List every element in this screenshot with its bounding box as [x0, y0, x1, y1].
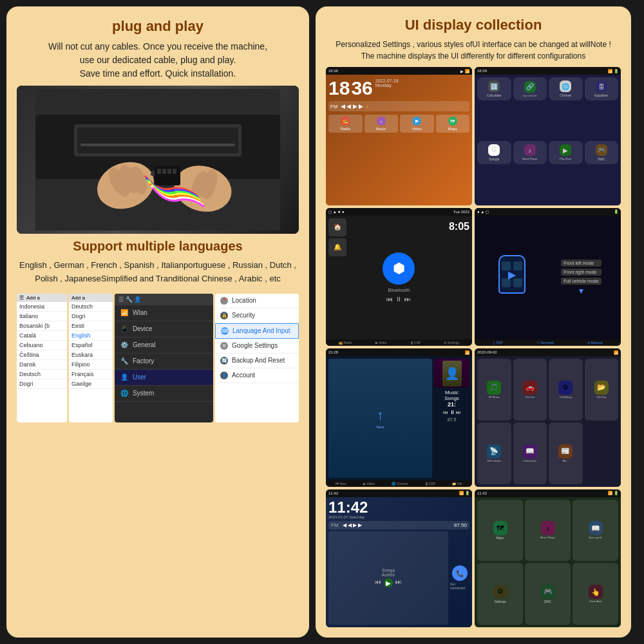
status-bar-8: 11:42📶 🔋 [475, 489, 621, 497]
lang-item: Français [69, 370, 113, 379]
menu-user[interactable]: 👤 User [115, 370, 213, 386]
submenu-security[interactable]: 🔒 Security [215, 308, 299, 323]
lang-item: Čeština [17, 350, 67, 360]
ui5-content: ↑ Navi 👤 Music Songs 21: ⏮ ⏸ [326, 356, 472, 480]
lang-list-1: ☰Add a Indonesia Italiano Bosanski (b Ca… [17, 294, 67, 422]
google-app: G Google [477, 141, 511, 164]
svg-rect-13 [157, 169, 161, 174]
lang-item: Deutsch [17, 370, 67, 379]
submenu-backup[interactable]: 🔄 Backup And Reset [215, 354, 299, 368]
user-icon: 👤 [120, 373, 129, 382]
menu-system[interactable]: 🌐 System [115, 386, 213, 402]
languages-text: English , German , French , Spanish , It… [17, 259, 299, 286]
svg-rect-15 [167, 169, 171, 174]
plug-title: plug and play [17, 18, 299, 35]
ui-screenshot-2: 18:39📶 🔋 🔢 Calculator 🔗 Car Link 2.0 🌐 C… [475, 67, 621, 205]
lang-item: Dogri [17, 379, 67, 389]
ui-screenshot-8: 11:42📶 🔋 🗺 Maps ♪ Music Player 📖 Oper. g… [475, 489, 621, 628]
device-icon: 📱 [120, 325, 129, 334]
lang-list-header-2: Add a [69, 294, 113, 302]
ui8-content: 🗺 Maps ♪ Music Player 📖 Oper. guide ⚙ Se… [475, 497, 621, 628]
lock-icon: 🔒 [220, 312, 228, 319]
lang-item: Cebuano [17, 341, 67, 350]
ui7-content: 11:42 2023-01-07 Saturday FM ◀ ◀ ▶ ▶ 87.… [326, 497, 472, 628]
general-icon: ⚙️ [120, 341, 129, 350]
lang-item: Eesti [69, 321, 113, 331]
ui1-content: 18 36 2022-07-18 Monday FM ◀ ◀ ▶ ▶ ♪ 📻 [326, 75, 472, 205]
system-icon: 🌐 [120, 389, 129, 398]
ui-screenshot-3: ◻ ▲ ★ ●Tue 2022 🏠 🔔 ⬢ Bluetooth ⏮ [326, 208, 472, 346]
chrome-app: 🌐 Chrome [549, 77, 583, 100]
submenu-language[interactable]: ⌨ Lanquage And Input [215, 323, 299, 339]
ui4-bottom-bar: △ DSP 〜 Surround ⊟ Balance [475, 339, 621, 346]
maps-app: 🗺 Maps [436, 115, 470, 133]
ui2-content: 🔢 Calculator 🔗 Car Link 2.0 🌐 Chrome 🎛 E… [475, 75, 621, 205]
settings-main-menu: ☰ 🔧 👤 📶 Wlan 📱 Device ⚙️ General 🔧 Facto… [115, 294, 213, 422]
status-bar-5: 21:28📶 [326, 348, 472, 356]
submenu-google[interactable]: ⚙ Google Settings [215, 339, 299, 354]
submenu-account[interactable]: 👤 Account [215, 368, 299, 383]
submenu-location[interactable]: 📍 Location [215, 294, 299, 308]
playstore-app: ▶ Play Store [549, 141, 583, 164]
video-app: ▶ Video [400, 115, 434, 133]
account-icon: 👤 [220, 372, 228, 379]
settings-mockup: ☰Add a Indonesia Italiano Bosanski (b Ca… [17, 294, 299, 422]
svg-rect-16 [173, 169, 176, 174]
lang-item: Deutsch [69, 302, 113, 312]
ui-screenshot-6: 2022-08-02📶 🎵 BT Music 🚗 Car Info ⚙ CarS… [475, 348, 621, 487]
svg-rect-14 [162, 169, 166, 174]
ui-screenshot-1: 18:36▶ 📶 18 36 2022-07-18 Monday FM ◀ ◀ … [326, 67, 472, 205]
full-vehicle-mode[interactable]: Full vehicle mode [561, 278, 601, 285]
svg-rect-4 [80, 144, 235, 146]
svg-rect-3 [77, 128, 238, 153]
google-settings-icon: ⚙ [220, 342, 228, 350]
front-left-mode[interactable]: Front left mode [561, 260, 601, 267]
left-panel: plug and play Will not cut any cables. O… [6, 6, 309, 638]
support-title: Support multiple languages [17, 239, 299, 254]
lang-item: English [69, 331, 113, 341]
dsp-mode-buttons: Front left mode Front right mode Full ve… [561, 260, 601, 296]
status-bar-7: 11:42📶 🔋 [326, 489, 472, 497]
carlink-app: 🔗 Car Link 2.0 [513, 77, 547, 100]
menu-factory[interactable]: 🔧 Factory [115, 354, 213, 370]
plug-desc: Will not cut any cables. Once you receiv… [17, 40, 299, 80]
lang-item: Indonesia [17, 302, 67, 312]
lang-item: Bosanski (b [17, 321, 67, 331]
backup-icon: 🔄 [220, 357, 228, 365]
menu-general[interactable]: ⚙️ General [115, 337, 213, 354]
right-panel: UI display collection Personalized Setti… [316, 6, 631, 638]
calculator-app: 🔢 Calculator [477, 77, 511, 100]
lang-item: Dogri [69, 312, 113, 321]
status-bar-1: 18:36▶ 📶 [326, 67, 472, 75]
ui-screenshot-5: 21:28📶 ↑ Navi 👤 Music Songs 21: [326, 348, 472, 487]
menu-device[interactable]: 📱 Device [115, 321, 213, 337]
status-bar-6: 2022-08-02📶 [475, 348, 621, 356]
music-app: ♪ Music [365, 115, 399, 133]
settings-header: ☰ 🔧 👤 [115, 294, 213, 305]
plug-image [17, 86, 299, 234]
ui-collection-title: UI display collection [326, 17, 621, 33]
status-bar-3: ◻ ▲ ★ ●Tue 2022 [326, 208, 472, 216]
menu-wlan[interactable]: 📶 Wlan [115, 305, 213, 321]
lang-item: Català [17, 331, 67, 341]
status-bar-2: 18:39📶 🔋 [475, 67, 621, 75]
wlan-icon: 📶 [120, 308, 129, 317]
keyboard-icon: ⌨ [221, 327, 229, 335]
ui3-content: 🏠 🔔 ⬢ Bluetooth ⏮ ⏸ ⏭ [326, 216, 472, 340]
swc-app: 🎮 SWC [585, 141, 619, 164]
right-submenu: 📍 Location 🔒 Security ⌨ Lanquage And Inp… [215, 294, 299, 422]
ui1-time: 18 36 [328, 77, 373, 99]
ui-screenshot-4: ● ▲ ◻🔋 ▶ Front lef [475, 208, 621, 346]
radio-app: 📻 Radio [328, 115, 363, 133]
ui5-bottom-bar: 🗺 Navi ▶ Video 🌐 Chrome 🎛 DSP 📁 File [326, 480, 472, 487]
lang-item: Filipino [69, 360, 113, 370]
lang-item: Español [69, 341, 113, 350]
musicplayer-app: ♪ Music Player [513, 141, 547, 164]
ui-collection-desc: Personalized Settings , various styles o… [326, 39, 621, 62]
ui-screenshot-7: 11:42📶 🔋 11:42 2023-01-07 Saturday FM ◀ … [326, 489, 472, 628]
front-right-mode[interactable]: Front right mode [561, 269, 601, 276]
location-icon: 📍 [220, 297, 228, 305]
lang-item: Gaeilge [69, 379, 113, 389]
lang-list-header-1: ☰Add a [17, 294, 67, 302]
ui-screenshot-grid: 18:36▶ 📶 18 36 2022-07-18 Monday FM ◀ ◀ … [326, 67, 621, 627]
